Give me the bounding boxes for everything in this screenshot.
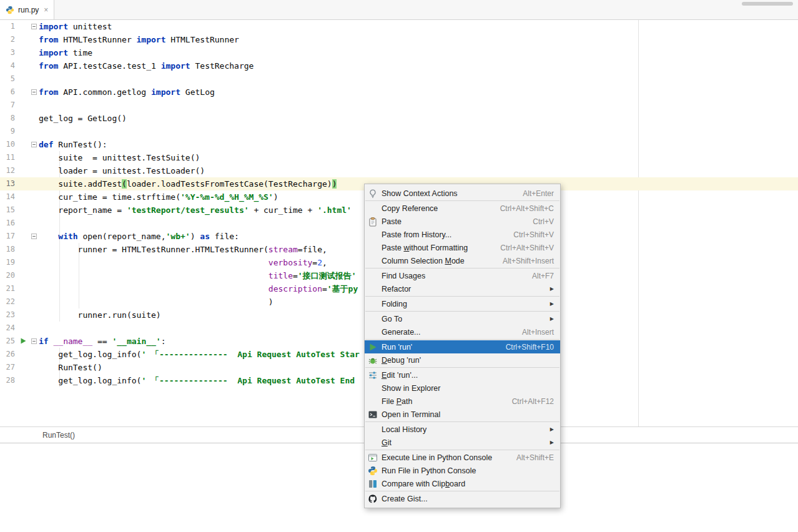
menu-item-open-in-terminal[interactable]: Open in Terminal bbox=[365, 408, 560, 421]
code-line[interactable]: 10def RunTest(): bbox=[0, 138, 798, 151]
code-text: report_name = 'testReport/test_results' … bbox=[39, 204, 352, 217]
menu-item-debug-run[interactable]: Debug 'run' bbox=[365, 353, 560, 367]
menu-item-label: Open in Terminal bbox=[382, 410, 440, 419]
menu-item-icon-empty bbox=[368, 204, 378, 214]
run-gutter-icon[interactable] bbox=[19, 337, 27, 345]
fold-icon[interactable] bbox=[31, 24, 37, 29]
code-line[interactable]: 11 suite = unittest.TestSuite() bbox=[0, 151, 798, 164]
gutter[interactable]: 2 bbox=[0, 33, 39, 46]
gutter[interactable]: 24 bbox=[0, 322, 39, 335]
gutter[interactable]: 21 bbox=[0, 282, 39, 295]
fold-icon[interactable] bbox=[31, 338, 37, 344]
breadcrumb-item[interactable]: RunTest() bbox=[42, 431, 75, 440]
gutter[interactable]: 20 bbox=[0, 269, 39, 282]
menu-item-label: Show in Explorer bbox=[382, 384, 441, 393]
gutter[interactable]: 17 bbox=[0, 230, 39, 243]
menu-item-generate[interactable]: Generate...Alt+Insert bbox=[365, 325, 560, 338]
gutter[interactable]: 10 bbox=[0, 138, 39, 151]
menu-item-show-context-actions[interactable]: Show Context ActionsAlt+Enter bbox=[365, 187, 560, 200]
menu-item-execute-line-in-python-console[interactable]: Execute Line in Python ConsoleAlt+Shift+… bbox=[365, 451, 560, 464]
menu-item-label: Git bbox=[382, 438, 392, 447]
menu-item-find-usages[interactable]: Find UsagesAlt+F7 bbox=[365, 269, 560, 282]
menu-item-paste-without-formatting[interactable]: Paste without FormattingCtrl+Alt+Shift+V bbox=[365, 241, 560, 254]
code-line[interactable]: 9 bbox=[0, 125, 798, 138]
gutter[interactable]: 15 bbox=[0, 204, 39, 217]
code-text: import unittest bbox=[39, 20, 112, 33]
gutter[interactable]: 5 bbox=[0, 72, 39, 86]
code-text: get_log = GetLog() bbox=[39, 112, 127, 125]
gutter[interactable]: 23 bbox=[0, 308, 39, 322]
line-number: 20 bbox=[0, 269, 15, 282]
tab-run-py[interactable]: run.py × bbox=[0, 0, 54, 19]
menu-item-label: Go To bbox=[382, 315, 402, 323]
menu-item-run-run[interactable]: Run 'run'Ctrl+Shift+F10 bbox=[365, 340, 560, 353]
horizontal-scrollbar-thumb[interactable] bbox=[742, 2, 793, 6]
menu-item-icon-empty bbox=[368, 230, 378, 240]
menu-item-icon-empty bbox=[368, 243, 378, 253]
code-line[interactable]: 5 bbox=[0, 72, 798, 86]
menu-item-create-gist[interactable]: Create Gist... bbox=[365, 492, 560, 505]
context-actions-icon bbox=[368, 189, 378, 199]
gutter[interactable]: 4 bbox=[0, 59, 39, 72]
menu-item-icon-empty bbox=[368, 299, 378, 309]
menu-item-label: Paste from History... bbox=[382, 230, 451, 239]
menu-item-edit-run[interactable]: Edit 'run'... bbox=[365, 368, 560, 382]
code-text: description='基于py bbox=[39, 282, 358, 295]
code-line[interactable]: 6from API.common.getlog import GetLog bbox=[0, 86, 798, 99]
menu-item-paste[interactable]: PasteCtrl+V bbox=[365, 215, 560, 228]
code-line[interactable]: 3import time bbox=[0, 46, 798, 59]
menu-item-refactor[interactable]: Refactor▶ bbox=[365, 282, 560, 295]
menu-separator bbox=[365, 311, 559, 312]
code-text: from API.common.getlog import GetLog bbox=[39, 86, 215, 99]
menu-item-show-in-explorer[interactable]: Show in Explorer bbox=[365, 382, 560, 395]
line-number: 11 bbox=[0, 151, 15, 164]
menu-item-paste-from-history[interactable]: Paste from History...Ctrl+Shift+V bbox=[365, 228, 560, 241]
gutter[interactable]: 18 bbox=[0, 243, 39, 256]
gutter[interactable]: 26 bbox=[0, 348, 39, 361]
code-line[interactable]: 4from API.testCase.test_1 import TestRec… bbox=[0, 59, 798, 72]
fold-icon[interactable] bbox=[31, 234, 37, 239]
code-line[interactable]: 1import unittest bbox=[0, 20, 798, 33]
gutter[interactable]: 12 bbox=[0, 164, 39, 177]
fold-icon[interactable] bbox=[31, 142, 37, 147]
fold-icon[interactable] bbox=[31, 89, 37, 95]
line-number: 14 bbox=[0, 190, 15, 204]
gutter[interactable]: 22 bbox=[0, 295, 39, 308]
line-number: 10 bbox=[0, 138, 15, 151]
gutter[interactable]: 7 bbox=[0, 99, 39, 112]
gutter[interactable]: 25 bbox=[0, 335, 39, 348]
gutter[interactable]: 8 bbox=[0, 112, 39, 125]
gutter[interactable]: 1 bbox=[0, 20, 39, 33]
code-line[interactable]: 8get_log = GetLog() bbox=[0, 112, 798, 125]
menu-item-run-file-in-python-console[interactable]: Run File in Python Console bbox=[365, 464, 560, 477]
menu-item-local-history[interactable]: Local History▶ bbox=[365, 423, 560, 436]
code-line[interactable]: 7 bbox=[0, 99, 798, 112]
line-number: 16 bbox=[0, 217, 15, 230]
menu-item-folding[interactable]: Folding▶ bbox=[365, 297, 560, 310]
line-number: 27 bbox=[0, 361, 15, 374]
gutter[interactable]: 11 bbox=[0, 151, 39, 164]
python-console-icon bbox=[368, 466, 378, 476]
menu-item-go-to[interactable]: Go To▶ bbox=[365, 312, 560, 325]
code-text: def RunTest(): bbox=[39, 138, 107, 151]
gutter[interactable]: 14 bbox=[0, 190, 39, 204]
menu-item-file-path[interactable]: File PathCtrl+Alt+F12 bbox=[365, 395, 560, 408]
menu-item-compare-with-clipboard[interactable]: Compare with Clipboard bbox=[365, 477, 560, 490]
gutter[interactable]: 16 bbox=[0, 217, 39, 230]
menu-item-label: Local History bbox=[382, 425, 426, 434]
gutter[interactable]: 28 bbox=[0, 374, 39, 387]
gutter[interactable]: 9 bbox=[0, 125, 39, 138]
menu-item-column-selection-mode[interactable]: Column Selection ModeAlt+Shift+Insert bbox=[365, 254, 560, 267]
gutter[interactable]: 6 bbox=[0, 86, 39, 99]
code-line[interactable]: 12 loader = unittest.TestLoader() bbox=[0, 164, 798, 177]
gutter[interactable]: 13 bbox=[0, 177, 39, 190]
gutter[interactable]: 27 bbox=[0, 361, 39, 374]
gutter[interactable]: 19 bbox=[0, 256, 39, 269]
menu-separator bbox=[365, 491, 559, 491]
menu-item-copy-reference[interactable]: Copy ReferenceCtrl+Alt+Shift+C bbox=[365, 202, 560, 215]
menu-item-icon-empty bbox=[368, 397, 378, 406]
close-icon[interactable]: × bbox=[44, 6, 48, 14]
code-line[interactable]: 2from HTMLTestRunner import HTMLTestRunn… bbox=[0, 33, 798, 46]
menu-item-git[interactable]: Git▶ bbox=[365, 436, 560, 449]
gutter[interactable]: 3 bbox=[0, 46, 39, 59]
